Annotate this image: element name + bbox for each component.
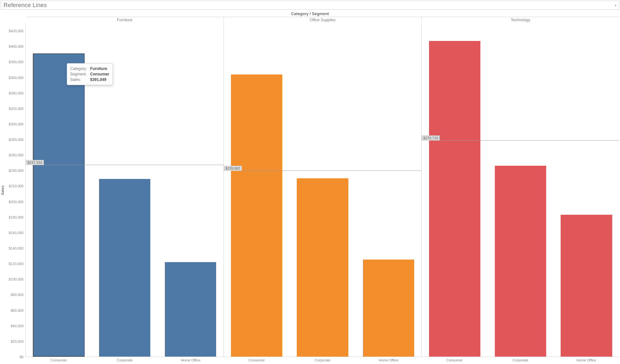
worksheet-title: Reference Lines [4,2,47,9]
bar-slot [224,23,290,357]
tooltip-value: Consumer [90,72,109,77]
bars-container [224,23,422,357]
bar[interactable] [297,178,348,357]
y-axis-gutter-top [1,17,26,23]
title-menu-caret[interactable]: ▾ [615,4,616,7]
tooltip-value: Furniture [90,66,107,72]
worksheet: Reference Lines ▾ Category / Segment Fur… [0,0,620,364]
y-tick: $120,000 [9,262,24,266]
segment-label[interactable]: Corporate [487,357,553,363]
bars-container: Category:FurnitureSegment:ConsumerSales:… [26,23,224,357]
y-tick: $260,000 [9,153,24,157]
top-axis-title: Category / Segment [1,11,619,17]
y-tick: $420,000 [9,29,24,33]
bar[interactable] [99,179,150,357]
bar[interactable] [429,41,480,357]
segment-label[interactable]: Corporate [290,357,355,363]
x-axis-row: ConsumerCorporateHome OfficeConsumerCorp… [1,357,619,363]
y-tick: $160,000 [9,231,24,235]
category-header-row: FurnitureOffice SuppliesTechnology [1,17,619,23]
chart-panel: $239,682 [224,23,422,357]
bar-slot [157,23,223,357]
y-tick: $40,000 [11,324,24,328]
y-axis-label: Sales [1,185,5,195]
segment-label[interactable]: Corporate [92,357,157,363]
category-header[interactable]: Office Supplies [224,17,422,23]
bar-slot [290,23,355,357]
reference-line-label: $247,333 [26,160,44,165]
y-tick: $80,000 [11,293,24,297]
y-tick: $340,000 [9,91,24,95]
chart-panel: $278,718 [422,23,619,357]
segment-panel: ConsumerCorporateHome Office [26,357,224,363]
bar-slot: Category:FurnitureSegment:ConsumerSales:… [26,23,92,357]
y-tick: $60,000 [11,309,24,312]
bar[interactable] [33,54,84,357]
tooltip-key: Segment: [70,72,89,77]
bar-slot [422,23,487,357]
category-header[interactable]: Furniture [26,17,224,23]
segment-label[interactable]: Home Office [158,357,224,363]
segment-label[interactable]: Home Office [355,357,421,363]
title-bar: Reference Lines ▾ [1,1,619,10]
reference-line-label: $278,718 [422,135,440,141]
bar[interactable] [495,166,546,357]
y-tick: $240,000 [9,169,24,172]
reference-line[interactable]: $247,333 [26,165,224,165]
tooltip-key: Sales: [70,77,89,83]
y-tick: $280,000 [9,138,24,142]
y-tick: $20,000 [11,339,24,343]
segment-label[interactable]: Consumer [422,357,487,363]
reference-line[interactable]: $239,682 [224,171,422,171]
tooltip-key: Category: [70,66,89,72]
chart-panel: Category:FurnitureSegment:ConsumerSales:… [26,23,224,357]
panels-header: FurnitureOffice SuppliesTechnology [26,17,619,23]
bars-container [422,23,619,357]
viz-area: Category / Segment FurnitureOffice Suppl… [1,11,619,363]
bar[interactable] [561,215,612,357]
y-tick: $200,000 [9,200,24,204]
y-tick: $100,000 [9,277,24,281]
y-tick: $300,000 [9,122,24,126]
y-axis-gutter-bottom [1,357,26,363]
segment-label[interactable]: Consumer [26,357,92,363]
bar-slot [488,23,554,357]
segment-labels: ConsumerCorporateHome OfficeConsumerCorp… [26,357,619,363]
y-tick: $180,000 [9,215,24,219]
y-tick: $140,000 [9,246,24,250]
reference-line-label: $239,682 [224,166,242,171]
category-header[interactable]: Technology [422,17,619,23]
bar-slot [554,23,619,357]
y-tick: $360,000 [9,76,24,80]
segment-label[interactable]: Home Office [554,357,619,363]
bar[interactable] [165,262,216,357]
y-tick: $400,000 [9,44,24,48]
bar[interactable] [231,74,282,357]
bar-slot [355,23,421,357]
plot-area[interactable]: Category:FurnitureSegment:ConsumerSales:… [26,23,619,357]
segment-panel: ConsumerCorporateHome Office [422,357,619,363]
tooltip-value: $391,049 [90,77,106,83]
bar[interactable] [363,260,414,357]
y-axis[interactable]: Sales $0$20,000$40,000$60,000$80,000$100… [1,23,26,357]
segment-label[interactable]: Consumer [224,357,289,363]
reference-line[interactable]: $278,718 [422,140,619,141]
tooltip: Category:FurnitureSegment:ConsumerSales:… [67,63,113,85]
plot-row: Sales $0$20,000$40,000$60,000$80,000$100… [1,23,619,357]
segment-panel: ConsumerCorporateHome Office [224,357,421,363]
y-tick: $380,000 [9,60,24,64]
y-tick: $220,000 [9,184,24,188]
y-tick: $320,000 [9,107,24,111]
